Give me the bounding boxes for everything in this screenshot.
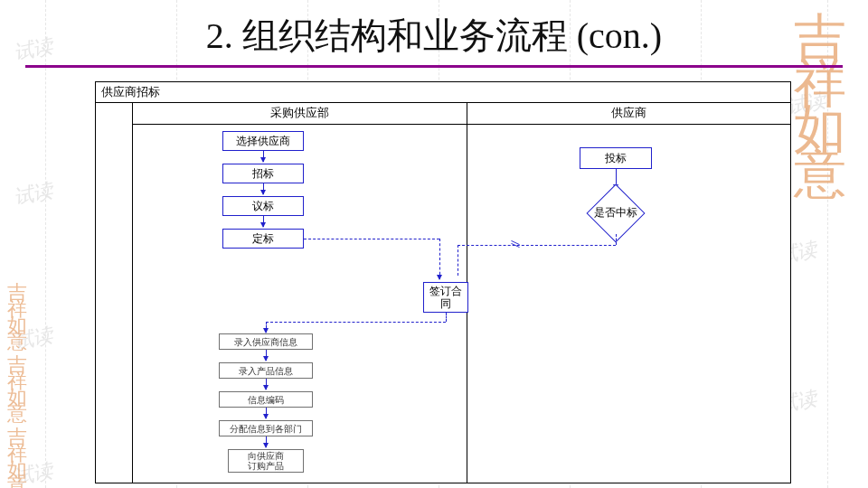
seal-small-icon: 吉祥如意	[7, 285, 42, 319]
substep-distribute: 分配信息到各部门	[219, 420, 313, 436]
substep-encode: 信息编码	[219, 391, 313, 408]
step-sign-contract: 签订合 同	[423, 282, 468, 313]
arrow	[266, 379, 267, 389]
arrow	[439, 274, 440, 279]
step-bid: 招标	[222, 164, 304, 183]
arrow	[266, 436, 267, 447]
frame-title: 供应商招标	[96, 82, 790, 103]
connector-dashed	[616, 234, 617, 245]
arrow	[266, 327, 267, 333]
arrow	[263, 183, 264, 194]
title-underline	[25, 65, 843, 68]
substep-enter-supplier: 录入供应商信息	[219, 333, 313, 350]
step-submit-bid: 投标	[580, 147, 652, 169]
flow-tick-icon	[512, 239, 519, 247]
connector-dashed	[304, 239, 439, 239]
slide-title: 2. 组织结构和业务流程 (con.)	[0, 11, 868, 61]
lane-header-left: 采购供应部	[132, 102, 467, 125]
flow-canvas: 选择供应商 招标 议标 定标 投标 是否中标 签订合 同	[132, 124, 790, 483]
connector-dashed	[446, 313, 447, 322]
substep-order: 向供应商 订购产品	[228, 449, 304, 473]
bg-guide	[45, 0, 46, 488]
connector-dashed	[266, 322, 446, 323]
decision-label: 是否中标	[587, 205, 645, 221]
slide-root: 试读 试读 试读 试读 试读 试读 试读 试读 试读 试读 试读 试读 试读 吉…	[0, 0, 868, 488]
lane-header-right: 供应商	[467, 102, 790, 125]
substep-enter-product: 录入产品信息	[219, 362, 313, 379]
seal-small-icon: 吉祥如意	[7, 357, 42, 391]
watermark: 试读	[11, 177, 55, 211]
seal-small-icon: 吉祥如意	[7, 429, 42, 464]
arrow	[266, 350, 267, 361]
arrow	[263, 216, 264, 227]
swimlane-frame: 供应商招标 采购供应部 供应商 选择供应商 招标 议标 定标 投标 是否中标	[95, 81, 791, 483]
step-select-supplier: 选择供应商	[222, 131, 304, 151]
connector-dashed	[458, 245, 458, 276]
arrow	[266, 408, 267, 418]
step-award: 定标	[222, 229, 304, 249]
step-negotiate: 议标	[222, 196, 304, 216]
side-gutter	[96, 102, 133, 483]
connector-dashed	[458, 245, 616, 246]
arrow	[263, 151, 264, 162]
